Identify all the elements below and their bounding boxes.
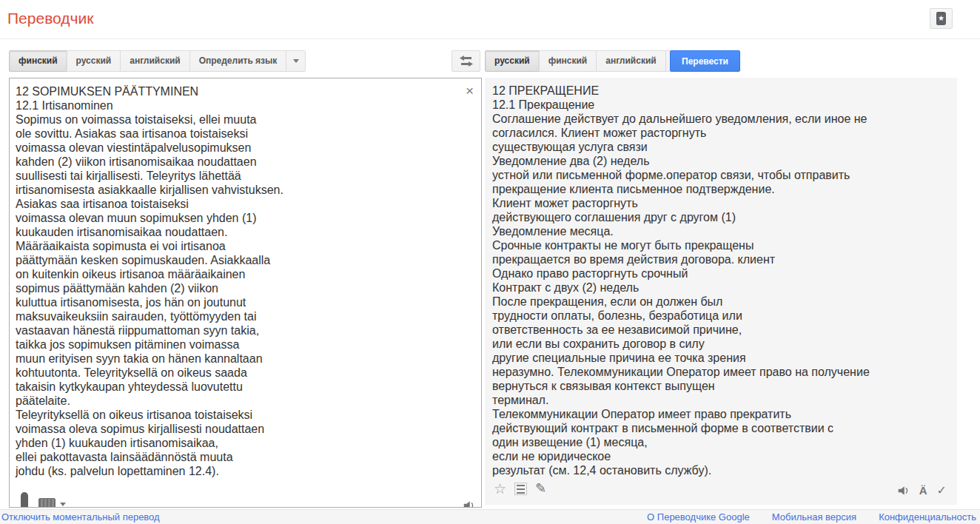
tab-source-detect-language[interactable]: Определить язык [189,50,287,72]
tab-target-russian[interactable]: русский [485,50,540,72]
result-tools: ☆ ✎ [494,482,546,496]
clear-source-button[interactable]: × [466,84,474,98]
source-text[interactable]: 12 SOPIMUKSEN PÄÄTTYMINEN 12.1 Irtisanom… [10,78,481,478]
source-text-panel[interactable]: 12 SOPIMUKSEN PÄÄTTYMINEN 12.1 Irtisanom… [9,78,482,508]
validate-translation-icon[interactable]: ✓ [937,483,947,497]
chevron-down-icon [293,59,299,63]
app-title: Переводчик [7,10,93,27]
phrasebook-icon: ★ [936,12,946,25]
tab-source-english[interactable]: английский [120,50,189,72]
microphone-icon[interactable] [21,492,28,508]
select-all-icon[interactable] [514,483,527,495]
privacy-link[interactable]: Конфиденциальность [879,511,976,523]
phrasebook-button[interactable]: ★ [930,8,953,29]
translated-text: 12 ПРЕКРАЩЕНИЕ 12.1 Прекращение Соглашен… [485,78,957,477]
tab-target-english[interactable]: английский [596,50,665,72]
keyboard-icon[interactable] [38,498,56,508]
mobile-version-link[interactable]: Мобильная версия [772,511,856,523]
listen-translation-icon[interactable] [898,486,910,496]
swap-languages-button[interactable] [452,50,480,72]
save-to-phrasebook-star-icon[interactable]: ☆ [494,482,506,496]
footer: Отключить моментальный перевод О Перевод… [0,509,980,524]
edit-pencil-icon[interactable]: ✎ [535,482,546,496]
tab-target-finnish[interactable]: финский [539,50,597,72]
listen-source-icon[interactable] [463,500,475,508]
header: Переводчик ★ [0,0,980,39]
footer-links: О Переводчике Google Мобильная версия Ко… [647,511,976,523]
tab-source-finnish[interactable]: финский [9,50,67,72]
translation-result-panel: 12 ПРЕКРАЩЕНИЕ 12.1 Прекращение Соглашен… [485,78,957,505]
keyboard-dropdown-icon[interactable] [60,503,66,506]
tab-source-russian[interactable]: русский [67,50,121,72]
target-language-tabs: русский финский английский [485,50,685,72]
transliteration-icon[interactable]: Ä [919,484,927,497]
result-tools-right: Ä ✓ [898,483,947,497]
translate-button[interactable]: Перевести [670,50,740,72]
source-language-dropdown-button[interactable] [286,50,306,72]
swap-arrows-icon [460,56,473,67]
disable-instant-translation-link[interactable]: Отключить моментальный перевод [1,511,160,523]
about-translator-link[interactable]: О Переводчике Google [647,511,750,523]
source-language-tabs: финский русский английский Определить яз… [9,50,306,72]
